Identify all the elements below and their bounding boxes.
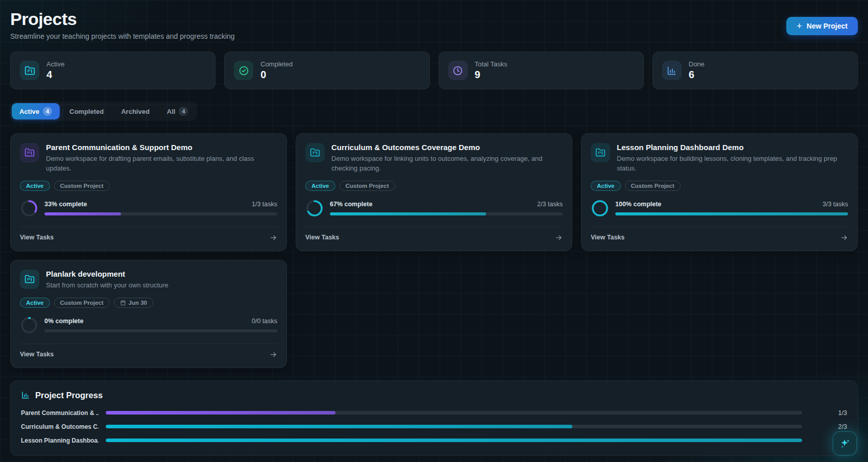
arrow-right-icon xyxy=(840,234,848,241)
view-tasks-label: View Tasks xyxy=(591,234,624,241)
tab-label: Archived xyxy=(121,108,150,115)
progress-row: Lesson Planning Dashboa... 3/3 xyxy=(21,437,847,444)
progress-row-bar xyxy=(106,411,802,415)
stat-label: Total Tasks xyxy=(475,60,508,68)
new-project-button[interactable]: + New Project xyxy=(786,17,858,35)
view-tasks-link[interactable]: View Tasks xyxy=(305,227,563,241)
folder-kanban-icon xyxy=(20,61,39,80)
progress-row-label: Curriculum & Outcomes C... xyxy=(21,423,99,430)
folder-kanban-icon xyxy=(305,143,325,162)
filter-tabs: Active 4 Completed Archived All 4 xyxy=(10,102,197,121)
progress-row: Parent Communication & ... 1/3 xyxy=(21,409,847,417)
tasks-label: 1/3 tasks xyxy=(252,201,277,208)
stat-value: 9 xyxy=(475,69,508,81)
stat-card-active: Active 4 xyxy=(10,52,215,89)
tab-label: Active xyxy=(19,108,39,115)
date-label: Jun 30 xyxy=(129,300,147,306)
project-description: Demo workspace for building lessons, clo… xyxy=(617,154,848,174)
project-progress-panel: Project Progress Parent Communication & … xyxy=(10,380,858,456)
type-badge: Custom Project xyxy=(54,181,110,191)
project-description: Demo workspace for drafting parent email… xyxy=(46,154,277,174)
page-header: Projects Streamline your teaching projec… xyxy=(10,9,858,40)
view-tasks-link[interactable]: View Tasks xyxy=(20,344,277,358)
view-tasks-label: View Tasks xyxy=(20,351,54,358)
view-tasks-link[interactable]: View Tasks xyxy=(20,227,277,241)
stat-value: 0 xyxy=(260,69,293,81)
folder-kanban-icon xyxy=(20,143,39,162)
progress-ring xyxy=(20,199,38,217)
tab-label: Completed xyxy=(69,108,104,115)
stat-label: Done xyxy=(689,60,705,68)
project-card-planlark[interactable]: Planlark development Start from scratch … xyxy=(10,260,287,368)
project-card-lesson-planning[interactable]: Lesson Planning Dashboard Demo Demo work… xyxy=(581,133,858,251)
page-title: Projects xyxy=(10,9,235,29)
project-card-parent-communication[interactable]: Parent Communication & Support Demo Demo… xyxy=(10,133,287,251)
progress-bar xyxy=(330,212,563,215)
project-card-curriculum-outcomes[interactable]: Curriculum & Outcomes Coverage Demo Demo… xyxy=(296,133,572,251)
tab-count-badge: 4 xyxy=(43,107,52,116)
progress-ring xyxy=(20,316,38,334)
plus-icon: + xyxy=(797,21,802,31)
arrow-right-icon xyxy=(270,351,277,358)
project-title: Planlark development xyxy=(46,270,168,278)
status-badge: Active xyxy=(591,181,621,191)
progress-ring xyxy=(305,199,324,217)
type-badge: Custom Project xyxy=(340,181,395,191)
status-badge: Active xyxy=(20,181,50,191)
bar-chart-icon xyxy=(21,391,30,400)
progress-row-bar xyxy=(106,425,802,428)
project-title: Parent Communication & Support Demo xyxy=(46,143,277,152)
ai-assistant-button[interactable] xyxy=(833,431,857,455)
arrow-right-icon xyxy=(555,234,563,241)
tab-all[interactable]: All 4 xyxy=(159,103,196,119)
view-tasks-link[interactable]: View Tasks xyxy=(591,227,848,241)
arrow-right-icon xyxy=(270,234,277,241)
panel-title: Project Progress xyxy=(35,391,103,400)
stat-card-completed: Completed 0 xyxy=(224,52,429,89)
type-badge: Custom Project xyxy=(54,298,110,308)
view-tasks-label: View Tasks xyxy=(20,234,54,241)
progress-bar xyxy=(615,212,848,215)
tab-completed[interactable]: Completed xyxy=(62,104,111,119)
stats-row: Active 4 Completed 0 Total Tasks 9 xyxy=(10,52,858,89)
stat-card-done: Done 6 xyxy=(653,52,858,89)
stat-label: Active xyxy=(46,60,64,68)
tasks-label: 2/3 tasks xyxy=(537,201,563,208)
progress-ring xyxy=(591,199,609,217)
progress-row-value: 1/3 xyxy=(816,409,847,417)
calendar-icon xyxy=(120,300,126,306)
tasks-label: 0/0 tasks xyxy=(252,318,277,325)
percent-label: 33% complete xyxy=(44,201,87,208)
folder-kanban-icon xyxy=(20,270,39,289)
project-cards-grid: Parent Communication & Support Demo Demo… xyxy=(10,133,858,368)
bar-chart-icon xyxy=(662,61,682,80)
projects-page: Projects Streamline your teaching projec… xyxy=(0,0,868,462)
progress-row-value: 2/3 xyxy=(816,423,847,430)
percent-label: 0% complete xyxy=(44,318,83,325)
new-project-label: New Project xyxy=(807,22,848,30)
tab-archived[interactable]: Archived xyxy=(113,104,157,119)
progress-row-bar xyxy=(106,439,802,442)
percent-label: 67% complete xyxy=(330,201,372,208)
progress-bar xyxy=(44,212,277,215)
folder-kanban-icon xyxy=(591,143,610,162)
stat-value: 6 xyxy=(689,69,705,81)
stat-label: Completed xyxy=(260,60,293,68)
progress-row-label: Parent Communication & ... xyxy=(21,409,99,417)
status-badge: Active xyxy=(20,298,50,308)
progress-row-label: Lesson Planning Dashboa... xyxy=(21,437,99,444)
tab-active[interactable]: Active 4 xyxy=(12,103,60,119)
project-title: Curriculum & Outcomes Coverage Demo xyxy=(331,143,563,152)
clock-icon xyxy=(448,61,468,80)
percent-label: 100% complete xyxy=(615,201,661,208)
stat-card-total-tasks: Total Tasks 9 xyxy=(439,52,644,89)
tab-label: All xyxy=(167,108,176,115)
progress-bar xyxy=(44,329,277,332)
tab-count-badge: 4 xyxy=(179,107,188,116)
sparkles-icon xyxy=(839,438,851,449)
type-badge: Custom Project xyxy=(625,181,681,191)
progress-row: Curriculum & Outcomes C... 2/3 xyxy=(21,423,847,430)
stat-value: 4 xyxy=(46,69,64,81)
project-description: Demo workspace for linking units to outc… xyxy=(331,154,563,174)
check-circle-icon xyxy=(234,61,253,80)
